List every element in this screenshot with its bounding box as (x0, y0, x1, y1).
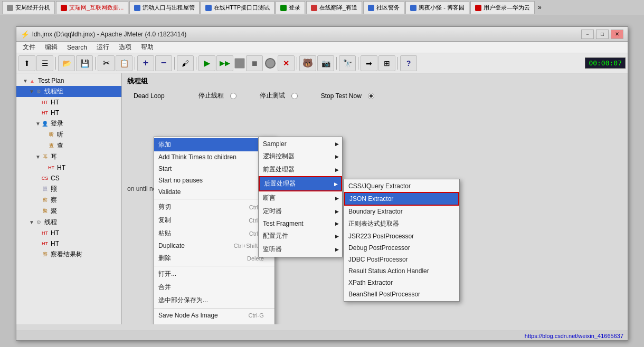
tree-item-scope[interactable]: 照 照 (16, 184, 121, 195)
toolbar-x-btn[interactable]: ✕ (278, 55, 295, 71)
ctx-remove[interactable]: 删除 Delete (154, 252, 274, 265)
toolbar: ⬆ ☰ 📂 💾 ✂ 📋 + − 🖌 ▶ ▶▶ ⏹ ✕ 🐻 📷 🔭 ➡ ⊞ ? 0… (16, 53, 628, 73)
toolbar-save-btn[interactable]: 💾 (76, 55, 93, 71)
browser-tab-6[interactable]: 在线翻译_有道 (306, 1, 362, 14)
menu-file[interactable]: 文件 (18, 42, 40, 53)
toolbar-template-btn[interactable]: 🐻 (299, 55, 316, 71)
ctx-duplicate[interactable]: Duplicate Ctrl+Shift-C (154, 240, 274, 252)
toolbar-arrow-btn[interactable]: ➡ (361, 55, 377, 71)
tree-item-listen1[interactable]: 听 听 (16, 129, 121, 140)
ctx-start-no-pauses[interactable]: Start no pauses (154, 175, 274, 186)
more-tabs-btn[interactable]: » (538, 4, 542, 11)
tree-item-ear[interactable]: ▼ 耳 耳 (16, 151, 121, 162)
tree-label-cs: CS (51, 175, 60, 182)
tree-item-login[interactable]: ▼ 👤 登录 (16, 118, 121, 129)
browser-tab-2[interactable]: 艾瑞网_互联网数据... (56, 1, 128, 14)
sub-post-processor[interactable]: 后置处理器 (259, 176, 342, 191)
ctx-open[interactable]: 打开... (154, 267, 274, 281)
toolbar-play-btn[interactable]: ▶ (198, 55, 215, 71)
sub-pre-processor[interactable]: 前置处理器 (259, 163, 342, 176)
browser-tab-5[interactable]: 登录 (276, 1, 305, 14)
toolbar-stop-alt-btn[interactable]: ⏹ (246, 55, 263, 71)
tree-item-gather2[interactable]: 聚 聚 (16, 206, 121, 217)
sub-result-status[interactable]: Result Status Action Handler (344, 265, 459, 277)
tree-label-ht5: HT (51, 240, 59, 247)
toolbar-add-btn[interactable]: + (137, 55, 154, 71)
sub-sampler[interactable]: Sampler (259, 138, 342, 150)
sub-config-element[interactable]: 配置元件 (259, 229, 342, 243)
sub-timer[interactable]: 定时器 (259, 205, 342, 218)
sub-listener[interactable]: 监听器 (259, 243, 342, 256)
sub-css-jquery[interactable]: CSS/JQuery Extractor (344, 180, 459, 192)
maximize-button[interactable]: □ (596, 30, 609, 39)
ctx-validate[interactable]: Validate (154, 186, 274, 198)
sub-jsr223[interactable]: JSR223 PostProcessor (344, 230, 459, 242)
toolbar-stop-btn[interactable] (234, 58, 245, 69)
browser-tab-4[interactable]: 在线HTTP接口口测试 (201, 1, 274, 14)
tree-item-thread2[interactable]: ▼ ⚙ 线程 (16, 217, 121, 228)
sub-test-fragment[interactable]: Test Fragment (259, 218, 342, 229)
tree-item-test-plan[interactable]: ▼ ▲ Test Plan (16, 75, 121, 86)
minimize-button[interactable]: － (581, 30, 594, 39)
toolbar-minus-btn[interactable]: − (155, 55, 172, 71)
tree-item-ht1[interactable]: HT HT (16, 97, 121, 108)
sub-debug-postprocessor[interactable]: Debug PostProcessor (344, 242, 459, 254)
browser-tab-8[interactable]: 黑夜小怪 - 博客园 (405, 1, 469, 14)
menu-run[interactable]: 运行 (92, 42, 113, 53)
sub-jdbc-postprocessor[interactable]: JDBC PostProcessor (344, 254, 459, 265)
tree-item-ht4[interactable]: HT HT (16, 228, 121, 238)
tree-item-gather[interactable]: 察 察 (16, 195, 121, 206)
sub-json-extractor[interactable]: JSON Extractor (344, 192, 459, 206)
ctx-cut[interactable]: 剪切 Ctrl-X (154, 200, 274, 214)
sub-boundary-extractor[interactable]: Boundary Extractor (344, 206, 459, 217)
tree-item-result-tree[interactable]: 察 察看结果树 (16, 249, 121, 260)
browser-tab-1[interactable]: 安局经开分机 (2, 1, 55, 14)
ctx-sep-3 (154, 308, 274, 309)
ctx-copy[interactable]: 复制 Ctrl-C (154, 214, 274, 227)
toolbar-scissors-btn[interactable]: ✂ (98, 55, 115, 71)
listen1-icon: 听 (47, 131, 55, 139)
sub-xpath-extractor[interactable]: XPath Extractor (344, 277, 459, 288)
menu-options[interactable]: 选项 (115, 42, 136, 53)
menu-help[interactable]: 帮助 (137, 42, 158, 53)
sub-beanshell[interactable]: BeanShell PostProcessor (344, 288, 459, 300)
tree-item-thread-group[interactable]: ▼ ⚙ 线程组 (16, 86, 121, 97)
browser-tab-3[interactable]: 流动人口与出租屋管 (129, 1, 200, 14)
ctx-paste[interactable]: 粘贴 Ctrl-V (154, 227, 274, 240)
ctx-add[interactable]: 添加 (154, 138, 274, 151)
tree-item-ht3[interactable]: HT HT (16, 162, 121, 173)
ctx-start[interactable]: Start (154, 163, 274, 175)
sub-regex-extractor[interactable]: 正则表达式提取器 (344, 217, 459, 230)
toolbar-copy-btn[interactable]: 📋 (116, 55, 132, 71)
toolbar-upload-btn[interactable]: ⬆ (18, 55, 35, 71)
ctx-add-think-times[interactable]: Add Think Times to children (154, 151, 274, 163)
toolbar-paint-btn[interactable]: 🖌 (177, 55, 194, 71)
toolbar-circle-btn[interactable] (265, 58, 276, 69)
tree-item-ht5[interactable]: HT HT (16, 238, 121, 249)
ctx-save-node-image[interactable]: Save Node As Image Ctrl-G (154, 310, 274, 321)
toolbar-play-pause-btn[interactable]: ▶▶ (216, 55, 233, 71)
sub-assertion[interactable]: 断言 (259, 191, 342, 205)
cs-icon: CS (41, 174, 49, 182)
menu-search[interactable]: Search (63, 43, 91, 52)
toolbar-binoculars-btn[interactable]: 🔭 (339, 55, 356, 71)
tree-item-cs[interactable]: CS CS (16, 173, 121, 184)
toolbar-question-btn[interactable]: ? (400, 55, 417, 71)
close-button[interactable]: ✕ (611, 30, 623, 39)
ctx-save-screen-image-label: Save Screen As Image (158, 323, 223, 324)
sub-logic-controller[interactable]: 逻辑控制器 (259, 150, 342, 163)
toolbar-open-btn[interactable]: 📂 (58, 55, 75, 71)
toolbar-list-btn[interactable]: ☰ (36, 55, 53, 71)
menu-edit[interactable]: 编辑 (41, 42, 62, 53)
sub-jdbc-postprocessor-label: JDBC PostProcessor (348, 256, 408, 263)
tree-arrow-thread2: ▼ (29, 219, 34, 225)
ctx-merge[interactable]: 合并 (154, 281, 274, 294)
toolbar-bars-btn[interactable]: ⊞ (378, 55, 395, 71)
ctx-save-partial[interactable]: 选中部分保存为... (154, 294, 274, 307)
tree-item-ht2[interactable]: HT HT (16, 108, 121, 118)
browser-tab-9[interactable]: 用户登录—华为云 (470, 1, 535, 14)
browser-tab-7[interactable]: 社区警务 (363, 1, 404, 14)
toolbar-camera-btn[interactable]: 📷 (317, 55, 334, 71)
ctx-save-screen-image[interactable]: Save Screen As Image Ctrl+Shift-G (154, 321, 274, 324)
tree-item-query[interactable]: 查 查 (16, 140, 121, 151)
